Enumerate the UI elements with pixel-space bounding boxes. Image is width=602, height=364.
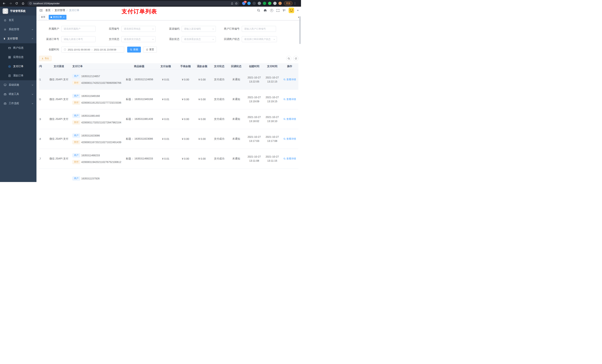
refund-status-select[interactable]: 请选择退款状态 [182,36,216,42]
share-icon[interactable] [231,2,233,5]
partial-row: 商户 1635311157926 [39,168,298,182]
breadcrumb-pay-mgmt[interactable]: 支付管理 [55,9,65,12]
sidebar-item-workflow[interactable]: 工作流程 [0,99,36,108]
clock-icon [64,48,66,51]
merchant-order-no: 1635311881440 [81,114,100,117]
url-bar[interactable]: localhost:1024/pay/order [27,1,239,6]
home-icon[interactable] [21,1,25,5]
app-id-select[interactable]: 请选择应用信息 [121,26,156,32]
cell-pay-order: 商户 1635312124657 支付 42000011742021102780… [69,70,125,89]
extension-icon[interactable] [247,2,251,5]
sidebar-item-refund-order[interactable]: 退款订单 [0,71,36,80]
tabs-menu-caret-icon[interactable]: ▾ [298,16,299,19]
breadcrumb: 首页 / 支付管理 / 支付订单 [45,9,79,12]
table-row: 18 微信 JSAPI 支付 商户 1635311823086 支付 42000… [39,129,298,149]
cell-fee: ¥ 0.00 [178,109,193,129]
github-icon[interactable] [263,9,267,12]
extension-icon[interactable] [263,2,266,5]
view-detail-link[interactable]: 查看详情 [283,78,296,81]
filter-app-id: 应用编号 请选择应用信息 [99,26,156,32]
filter-channel-order-no: 渠道订单号 请输入渠道订单号 [39,36,96,42]
fullscreen-icon[interactable] [276,9,280,12]
notify-status-select[interactable]: 请选择订单回调商户状态 [242,36,277,42]
table-row: 17 微信 JSAPI 支付 商户 1635311468233 支付 42000… [39,149,298,168]
reset-button[interactable]: 重置 [143,47,157,52]
sidebar-item-system[interactable]: 系统管理 [0,25,36,34]
user-menu-caret-icon[interactable]: ▾ [297,9,298,12]
back-icon[interactable] [2,1,6,5]
forward-icon[interactable] [9,1,12,5]
cell-notify: 未通知 [227,89,245,109]
search-icon[interactable] [257,9,260,12]
view-detail-link[interactable]: 查看详情 [283,117,296,121]
help-icon[interactable]: ? [270,9,273,12]
sidebar-toggle-icon[interactable] [36,9,45,12]
sidebar-item-merchant-info[interactable]: 商户信息 [0,43,36,52]
toggle-search-button[interactable] [286,56,291,61]
search-button[interactable]: 搜索 [127,47,141,52]
table-header: 编号 支付渠道 支付订单 商品标题 支付金额 手续金额 退款金额 支付状态 回调… [39,63,298,70]
merchant-tag: 商户 [72,153,80,157]
sidebar-item-infra[interactable]: 基础设施 [0,80,36,90]
merchant-input[interactable]: 请选择所属商户 [61,26,96,32]
browser-extensions: 10 [242,2,282,5]
view-detail-link[interactable]: 查看详情 [283,157,296,160]
text-size-icon[interactable]: TT [283,9,285,12]
bookmark-star-icon[interactable] [235,2,238,5]
date-range-picker[interactable]: 2021-10-01 00:00:00 - 2021-10-31 23:59:5… [61,47,124,52]
breadcrumb-home[interactable]: 首页 [45,9,51,12]
sidebar-item-devtools[interactable]: 研发工具 [0,90,36,99]
cell-refund: ¥ 0.00 [193,89,211,109]
grid-icon [8,56,11,59]
cell-notify: 未通知 [227,129,245,149]
page-content: 所属商户 请选择所属商户 应用编号 请选择应用信息 渠道编码 [36,20,301,182]
channel-order-no-input[interactable]: 请输入渠道订单号 [61,36,96,42]
sidebar-item-home[interactable]: 首页 [0,16,36,25]
reload-icon[interactable] [15,1,19,5]
cell-actions: 查看详情 [281,89,298,109]
extension-icon[interactable] [258,2,261,5]
cell-pay-time: 2021-10-27 13:11:15 [263,149,281,168]
update-button[interactable]: 更新 [284,1,292,5]
sidebar-item-pay-order[interactable]: 支付订单 [0,62,36,71]
channel-order-no: 4200001167202110271022491439 [81,141,121,144]
refresh-table-button[interactable] [293,56,298,61]
yen-icon: ¥ [4,37,5,40]
profile-icon[interactable] [279,2,282,5]
tab-home[interactable]: 首页 [39,15,47,20]
cell-channel: 微信 JSAPI 支付 [48,70,69,89]
url-text[interactable]: localhost:1024/pay/order [33,2,229,5]
extension-icon[interactable]: 10 [242,2,246,5]
chevron-down-icon [152,38,154,40]
cell-refund: ¥ 0.00 [193,129,211,149]
channel-code-select[interactable]: 请输入渠道编码 [182,26,216,32]
extension-icon[interactable] [268,2,271,5]
pay-status-select[interactable]: 请选择支付状态 [121,36,156,42]
sidebar-item-payment[interactable]: ¥ 支付管理 [0,34,36,43]
cell-status: 支付成功 [211,89,227,109]
extension-icon[interactable] [252,2,256,5]
sidebar-item-app-info[interactable]: 应用信息 [0,52,36,62]
site-info-icon[interactable] [29,2,32,5]
user-avatar[interactable] [289,8,294,13]
tab-pay-order[interactable]: 支付订单 × [49,15,66,20]
view-detail-link[interactable]: 查看详情 [283,98,296,101]
filter-merchant-order-no: 商户订单编号 请输入商户订单编号 [220,26,276,32]
view-detail-link[interactable]: 查看详情 [283,137,296,141]
close-tab-icon[interactable]: × [63,16,64,18]
kebab-menu-icon[interactable]: ⋮ [294,2,296,5]
export-button[interactable]: 导出 [39,56,52,61]
browser-window: localhost:1024/pay/order 10 更新 ⋮ [0,0,301,182]
puzzle-icon[interactable] [273,2,277,5]
cell-amount: ¥ 0.01 [154,109,178,129]
card-icon [8,47,11,49]
filter-create-time: 创建时间 2021-10-01 00:00:00 - 2021-10-31 23… [39,47,124,52]
app-logo[interactable]: 芋道管理系统 [0,7,36,16]
payment-submenu: 商户信息 应用信息 支付订单 [0,43,36,80]
channel-order-no: 4200001181202110277723215336 [81,101,121,104]
cell-channel: 微信 JSAPI 支付 [48,149,69,168]
cell-fee: ¥ 0.00 [178,70,193,89]
merchant-tag: 商户 [72,177,80,180]
merchant-order-no-input[interactable]: 请输入商户订单编号 [242,26,276,32]
page-scrollbar[interactable] [299,16,301,44]
